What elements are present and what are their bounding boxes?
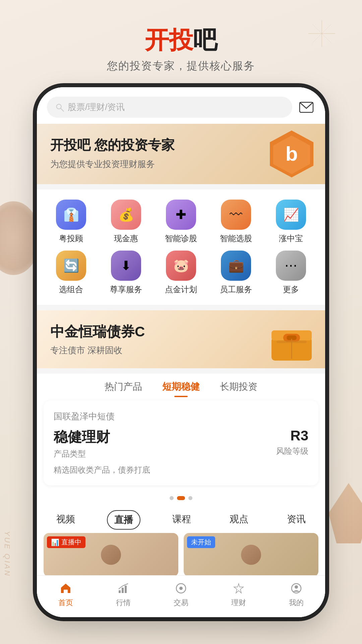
service-gengduo[interactable]: ⋯ 更多 [269, 251, 313, 295]
bg-blob-right [328, 483, 362, 543]
product-type-label: 产品类型 [54, 448, 110, 459]
live-section: 📊 直播中 未开始 [37, 533, 325, 580]
bg-watermark: YUE QIAN [3, 531, 11, 577]
service-icon-zunxiangfuwu: ⬇ [111, 251, 141, 281]
dot-2 [177, 496, 185, 500]
service-yuangongfuwu[interactable]: 💼 员工服务 [214, 251, 258, 295]
tabs-row: 热门产品 短期稳健 长期投资 [37, 380, 325, 400]
nav-market-label: 行情 [116, 598, 131, 608]
service-dianjinjihua[interactable]: 🐷 点金计划 [159, 251, 203, 295]
dot-3 [188, 496, 192, 500]
nav-market[interactable]: 行情 [95, 581, 152, 608]
service-zhinengzhengu[interactable]: ✚ 智能诊股 [159, 200, 203, 244]
nav-finance[interactable]: 理财 [210, 581, 267, 608]
svg-point-4 [57, 104, 61, 109]
profile-icon [289, 581, 304, 596]
service-icon-xuanzuhe: 🔄 [56, 251, 86, 281]
svg-text:b: b [286, 143, 298, 165]
home-icon [58, 581, 73, 596]
search-bar: 股票/理财/资讯 [37, 87, 325, 124]
service-icon-xianjinhui: 💰 [111, 200, 141, 230]
nav-profile[interactable]: 我的 [267, 581, 325, 608]
service-icon-gengduo: ⋯ [276, 251, 306, 281]
avatar-circle-2 [241, 545, 261, 565]
service-icon-dianjinjihua: 🐷 [166, 251, 196, 281]
main-banner[interactable]: 开投吧 您的投资专家 为您提供专业投资理财服务 b [37, 124, 325, 184]
svg-line-5 [61, 108, 64, 111]
tab-short-term[interactable]: 短期稳健 [162, 380, 200, 397]
ad-title-normal: 债券C [107, 324, 145, 339]
ad-title-colored: 中金恒瑞 [50, 324, 107, 339]
tab-viewpoint[interactable]: 观点 [223, 510, 255, 530]
service-label-zhinengxuangu: 智能选股 [220, 233, 252, 244]
title-red: 开投 [145, 26, 193, 53]
service-zhangzhongbao[interactable]: 📈 涨中宝 [269, 200, 313, 244]
svg-point-20 [179, 587, 183, 590]
service-label-zunxiangfuwu: 尊享服务 [110, 284, 142, 295]
ad-banner[interactable]: 中金恒瑞债券C 专注债市 深耕固收 [37, 310, 325, 368]
finance-icon [231, 581, 246, 596]
nav-home[interactable]: 首页 [37, 581, 95, 608]
tab-live[interactable]: 直播 [107, 510, 140, 530]
service-label-zhangzhongbao: 涨中宝 [279, 233, 303, 244]
tab-long-term[interactable]: 长期投资 [220, 380, 257, 397]
nav-trade[interactable]: 交易 [152, 581, 210, 608]
service-zunxiangfuwu[interactable]: ⬇ 尊享服务 [104, 251, 148, 295]
market-icon [116, 581, 131, 596]
service-zhinengxuangu[interactable]: 〰 智能选股 [214, 200, 258, 244]
live-card-2[interactable]: 未开始 [184, 533, 318, 577]
product-rating: R3 [276, 428, 308, 444]
nav-profile-label: 我的 [289, 598, 304, 608]
tab-news[interactable]: 资讯 [280, 510, 312, 530]
product-tabs: 热门产品 短期稳健 长期投资 国联盈泽中短债 稳健理财 产品类型 R3 风险等级 [37, 374, 325, 503]
service-icon-zhinengxuangu: 〰 [221, 200, 251, 230]
service-icon-zhangzhongbao: 📈 [276, 200, 306, 230]
svg-point-23 [295, 585, 298, 589]
content-tabs-row: 视频 直播 课程 观点 资讯 [37, 510, 325, 533]
service-xuanzuhe[interactable]: 🔄 选组合 [49, 251, 93, 295]
tab-hot-products[interactable]: 热门产品 [105, 380, 142, 397]
content-tabs: 视频 直播 课程 观点 资讯 [37, 503, 325, 533]
risk-label: 风险等级 [276, 446, 308, 457]
nav-finance-label: 理财 [231, 598, 246, 608]
service-label-xianjinhui: 现金惠 [114, 233, 138, 244]
service-label-yuetougou: 粤投顾 [59, 233, 83, 244]
tab-course[interactable]: 课程 [166, 510, 198, 530]
banner-icon: b [265, 127, 318, 181]
phone-frame: 股票/理财/资讯 开投吧 您的投资专家 为您提供专业投资理财服务 b [37, 87, 325, 617]
service-label-gengduo: 更多 [283, 284, 299, 295]
mail-button[interactable] [298, 99, 315, 116]
app-subtitle: 您的投资专家，提供核心服务 [0, 59, 362, 73]
nav-home-label: 首页 [58, 598, 73, 608]
svg-rect-18 [125, 586, 127, 593]
service-row-1: 👔 粤投顾 💰 现金惠 ✚ 智能诊股 〰 智能选股 📈 涨中宝 [44, 200, 318, 244]
service-yuetougou[interactable]: 👔 粤投顾 [49, 200, 93, 244]
service-row-2: 🔄 选组合 ⬇ 尊享服务 🐷 点金计划 💼 员工服务 ⋯ 更多 [44, 251, 318, 295]
product-name: 稳健理财 [54, 428, 110, 446]
product-card[interactable]: 国联盈泽中短债 稳健理财 产品类型 R3 风险等级 精选固收类产品，债券打底 [44, 400, 318, 485]
trade-icon [174, 581, 188, 596]
search-input[interactable]: 股票/理财/资讯 [47, 97, 292, 118]
phone-screen: 股票/理财/资讯 开投吧 您的投资专家 为您提供专业投资理财服务 b [37, 87, 325, 617]
fund-name: 国联盈泽中短债 [54, 411, 308, 422]
bg-blob-left [0, 201, 40, 275]
service-label-dianjinjihua: 点金计划 [165, 284, 197, 295]
product-description: 精选固收类产品，债券打底 [54, 465, 308, 475]
service-xianjinhui[interactable]: 💰 现金惠 [104, 200, 148, 244]
nav-trade-label: 交易 [174, 598, 188, 608]
live-badge-upcoming: 未开始 [187, 536, 215, 548]
live-icon: 📊 [51, 538, 59, 546]
product-card-body: 稳健理财 产品类型 R3 风险等级 [54, 428, 308, 459]
dot-1 [170, 496, 174, 500]
live-badge-live: 📊 直播中 [47, 536, 85, 548]
live-card-1[interactable]: 📊 直播中 [44, 533, 178, 577]
service-label-yuangongfuwu: 员工服务 [220, 284, 252, 295]
service-icon-yuangongfuwu: 💼 [221, 251, 251, 281]
star-decoration [308, 20, 335, 47]
svg-marker-21 [234, 584, 243, 593]
svg-rect-17 [122, 588, 124, 593]
app-title: 开投吧 [0, 27, 362, 53]
bottom-nav: 首页 行情 [37, 575, 325, 617]
tab-video[interactable]: 视频 [50, 510, 82, 530]
live-status-text: 直播中 [61, 538, 81, 547]
